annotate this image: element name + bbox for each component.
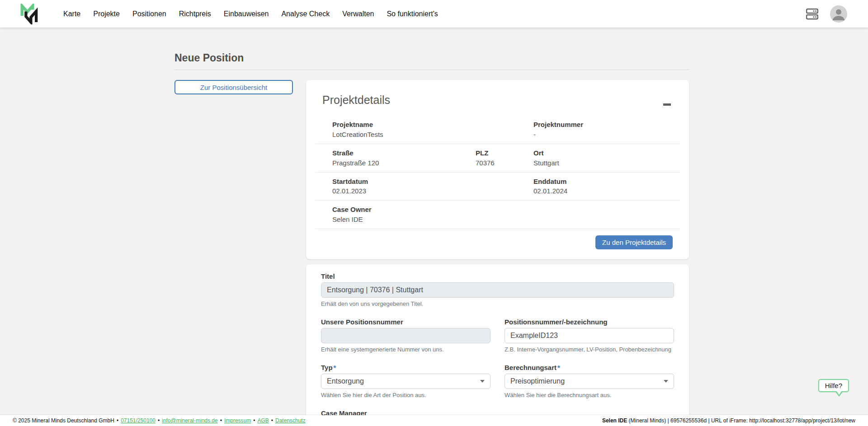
- titel-label: Titel: [321, 272, 674, 280]
- nav-item-richtpreis[interactable]: Richtpreis: [179, 10, 211, 18]
- main-content: Neue Position Zur Positionsübersicht Pro…: [175, 28, 689, 426]
- field-value: Pragstraße 120: [332, 158, 458, 168]
- footer-link-datenschutz[interactable]: Datenschutz: [275, 417, 306, 424]
- project-details-card: Projektdetails Projektname LotCreationTe…: [306, 80, 689, 259]
- field-case-owner: Case Owner Selen IDE: [315, 201, 680, 229]
- positionsnummer-label: Positionsnummer/-bezeichnung: [505, 318, 674, 326]
- project-details-title: Projektdetails: [322, 94, 390, 107]
- field-value: Selen IDE: [332, 215, 680, 224]
- help-button[interactable]: Hilfe?: [818, 379, 849, 392]
- separator-dot: •: [158, 417, 160, 424]
- right-column: Projektdetails Projektname LotCreationTe…: [306, 80, 689, 426]
- table-row: Case Owner Selen IDE: [315, 201, 680, 229]
- typ-label-text: Typ: [321, 364, 333, 371]
- required-asterisk: *: [557, 364, 560, 371]
- field-startdatum: Startdatum 02.01.2023: [315, 173, 516, 201]
- unsere-positionsnummer-label: Unsere Positionsnummer: [321, 318, 491, 326]
- footer-legal: © 2025 Mineral Minds Deutschland GmbH • …: [13, 417, 306, 424]
- title-divider: [175, 70, 689, 70]
- nav-item-analyse-check[interactable]: Analyse Check: [281, 10, 330, 18]
- project-details-table: Projektname LotCreationTests Projektnumm…: [315, 116, 680, 229]
- footer-link-email[interactable]: info@mineral-minds.de: [162, 417, 218, 424]
- typ-select[interactable]: Entsorgung: [321, 374, 491, 389]
- session-details: (Mineral Minds) | 69576255536d | URL of …: [627, 417, 855, 424]
- session-info: Selen IDE (Mineral Minds) | 69576255536d…: [602, 417, 855, 424]
- table-row: Startdatum 02.01.2023 Enddatum 02.01.202…: [315, 173, 680, 201]
- collapse-card-button[interactable]: [661, 102, 673, 108]
- field-value: 02.01.2024: [533, 186, 680, 196]
- typ-select-value: Entsorgung: [327, 377, 364, 385]
- nav-item-positionen[interactable]: Positionen: [132, 10, 166, 18]
- separator-dot: •: [117, 417, 118, 424]
- user-avatar-icon: [830, 5, 847, 23]
- mineral-minds-logo-icon[interactable]: [20, 4, 40, 24]
- field-label: Straße: [332, 148, 458, 158]
- position-overview-button[interactable]: Zur Positionsübersicht: [175, 80, 293, 94]
- footer-link-impressum[interactable]: Impressum: [224, 417, 251, 424]
- main-navigation: Karte Projekte Positionen Richtpreis Ein…: [63, 10, 438, 18]
- table-row: Projektname LotCreationTests Projektnumm…: [315, 116, 680, 144]
- field-label: PLZ: [476, 148, 516, 158]
- top-navbar: Karte Projekte Positionen Richtpreis Ein…: [0, 0, 868, 28]
- field-value: -: [533, 130, 680, 139]
- separator-dot: •: [253, 417, 255, 424]
- positionsnummer-helper-text: Z.B. Interne-Vorgangsnummer, LV-Position…: [505, 346, 674, 353]
- field-projektname: Projektname LotCreationTests: [315, 116, 516, 144]
- field-enddatum: Enddatum 02.01.2024: [516, 173, 680, 201]
- berechnungsart-select[interactable]: Preisoptimierung: [505, 374, 674, 389]
- field-value: Stuttgart: [533, 158, 680, 168]
- titel-input: [321, 282, 674, 298]
- positionsnummer-input[interactable]: [505, 328, 674, 343]
- navbar-actions: [806, 5, 847, 23]
- session-user-name: Selen IDE: [602, 417, 627, 424]
- unsere-positionsnummer-input: [321, 328, 491, 343]
- typ-field-group: Typ* Entsorgung Wählen Sie hier die Art …: [321, 364, 491, 398]
- field-strasse: Straße Pragstraße 120: [315, 144, 458, 172]
- field-projektnummer: Projektnummer -: [516, 116, 680, 144]
- berechnungsart-field-group: Berechnungsart* Preisoptimierung Wählen …: [505, 364, 674, 398]
- nav-item-so-funktionierts[interactable]: So funktioniert's: [387, 10, 438, 18]
- field-label: Enddatum: [533, 177, 680, 187]
- chevron-down-icon: [664, 380, 668, 383]
- berechnungsart-helper-text: Wählen Sie hier die Berechnungsart aus.: [505, 392, 674, 398]
- separator-dot: •: [220, 417, 222, 424]
- go-to-project-details-button[interactable]: Zu den Projektdetails: [595, 235, 673, 249]
- berechnungsart-label-text: Berechnungsart: [505, 364, 557, 371]
- chevron-down-icon: [480, 380, 485, 383]
- nav-item-projekte[interactable]: Projekte: [93, 10, 120, 18]
- berechnungsart-label: Berechnungsart*: [505, 364, 674, 371]
- positionsnummer-field-group: Positionsnummer/-bezeichnung Z.B. Intern…: [505, 318, 674, 353]
- bubble-tail-icon: [836, 391, 842, 395]
- required-asterisk: *: [334, 364, 336, 371]
- field-plz: PLZ 70376: [458, 144, 516, 172]
- field-ort: Ort Stuttgart: [516, 144, 680, 172]
- field-value: 02.01.2023: [332, 186, 516, 196]
- typ-label: Typ*: [321, 364, 491, 371]
- server-stack-icon[interactable]: [806, 8, 818, 20]
- nav-item-karte[interactable]: Karte: [63, 10, 80, 18]
- left-column: Zur Positionsübersicht: [175, 80, 293, 94]
- unsere-positionsnummer-helper-text: Erhält eine systemgenerierte Nummer von …: [321, 346, 491, 353]
- user-avatar[interactable]: [830, 5, 847, 23]
- field-label: Case Owner: [332, 205, 680, 215]
- unsere-positionsnummer-field-group: Unsere Positionsnummer Erhält eine syste…: [321, 318, 491, 353]
- field-label: Projektnummer: [533, 120, 680, 130]
- nav-item-einbauweisen[interactable]: Einbauweisen: [224, 10, 269, 18]
- berechnungsart-select-value: Preisoptimierung: [510, 377, 565, 385]
- page-footer: © 2025 Mineral Minds Deutschland GmbH • …: [0, 415, 868, 426]
- titel-helper-text: Erhält den von uns vorgegebenen Titel.: [321, 300, 674, 307]
- field-value: 70376: [476, 158, 516, 168]
- field-label: Ort: [533, 148, 680, 158]
- copyright-text: © 2025 Mineral Minds Deutschland GmbH: [13, 417, 114, 424]
- table-row: Straße Pragstraße 120 PLZ 70376 Ort Stut…: [315, 144, 680, 173]
- typ-helper-text: Wählen Sie hier die Art der Position aus…: [321, 392, 491, 398]
- footer-link-phone[interactable]: 07151/250100: [121, 417, 156, 424]
- titel-field-group: Titel Erhält den von uns vorgegebenen Ti…: [321, 272, 674, 307]
- new-position-form-card: Titel Erhält den von uns vorgegebenen Ti…: [306, 264, 689, 426]
- field-label: Projektname: [332, 120, 516, 130]
- nav-item-verwalten[interactable]: Verwalten: [342, 10, 374, 18]
- field-value: LotCreationTests: [332, 130, 516, 139]
- field-label: Startdatum: [332, 177, 516, 187]
- footer-link-agb[interactable]: AGB: [257, 417, 269, 424]
- separator-dot: •: [271, 417, 273, 424]
